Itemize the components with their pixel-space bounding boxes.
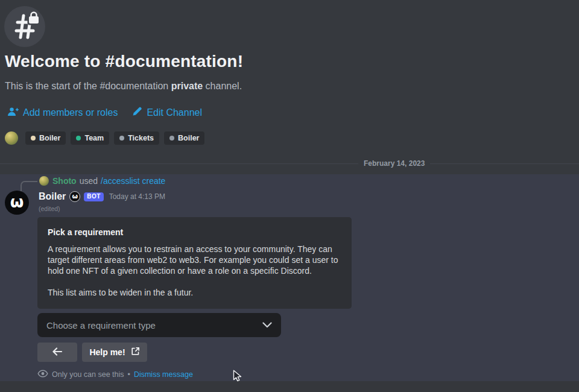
reply-author-avatar[interactable]	[39, 176, 49, 186]
reply-spine	[21, 181, 37, 191]
embed-description-line-2: This list aims to be widen in the a futu…	[48, 287, 341, 298]
back-button[interactable]	[37, 343, 77, 362]
page-title: Welcome to #documentation!	[5, 52, 243, 71]
help-button[interactable]: Help me!	[82, 343, 147, 362]
edited-label: (edited)	[39, 205, 60, 212]
edit-channel-link[interactable]: Edit Channel	[132, 106, 202, 119]
eye-icon	[37, 370, 48, 379]
divider-line	[430, 163, 579, 164]
message-buttons: Help me!	[37, 343, 147, 362]
bot-username[interactable]: Boiler	[39, 191, 66, 202]
date-label: February 14, 2023	[358, 159, 430, 168]
role-dot	[119, 136, 124, 141]
member-avatar[interactable]	[5, 131, 18, 145]
add-members-link[interactable]: Add members or roles	[7, 107, 118, 119]
role-badge-team: Team	[71, 131, 109, 145]
role-badge-tickets: Tickets	[114, 131, 159, 145]
ephemeral-separator: •	[128, 370, 130, 379]
date-divider: February 14, 2023	[0, 159, 579, 168]
boiler-emblem-icon: ω	[69, 191, 80, 202]
requirement-embed: Pick a requirement A requirement allows …	[37, 217, 352, 309]
reply-author-name[interactable]: Shoto	[52, 176, 77, 186]
chevron-down-icon	[262, 320, 272, 330]
ephemeral-note-text: Only you can see this	[52, 370, 124, 379]
message-timestamp: Today at 4:13 PM	[109, 192, 165, 201]
bot-message: Shoto used /accesslist create ω Boiler ω…	[0, 174, 579, 381]
add-members-label: Add members or roles	[23, 107, 118, 118]
role-dot	[169, 136, 174, 141]
embed-title: Pick a requirement	[48, 227, 341, 237]
help-button-label: Help me!	[89, 347, 125, 357]
ephemeral-note: Only you can see this • Dismiss message	[37, 370, 193, 379]
discord-channel-view: Welcome to #documentation! This is the s…	[0, 0, 579, 392]
select-placeholder: Choose a requirement type	[46, 320, 262, 330]
role-badge-boiler-2: Boiler	[164, 131, 204, 145]
bot-avatar[interactable]: ω	[5, 191, 29, 215]
channel-subtitle: This is the start of the #documentation …	[5, 81, 242, 92]
command-reply-context: Shoto used /accesslist create	[39, 176, 165, 186]
members-row: Boiler Team Tickets Boiler	[5, 131, 204, 145]
pencil-icon	[132, 106, 142, 119]
person-add-icon	[7, 107, 19, 119]
dismiss-message-link[interactable]: Dismiss message	[134, 370, 193, 379]
role-dot	[76, 136, 81, 141]
requirement-type-select[interactable]: Choose a requirement type	[37, 313, 281, 337]
composer-area-strip	[0, 381, 579, 392]
embed-description: A requirement allows you to restrain an …	[48, 244, 340, 276]
channel-actions: Add members or roles Edit Channel	[7, 106, 202, 119]
external-link-icon	[131, 347, 140, 358]
boiler-logo-icon: ω	[10, 194, 24, 210]
private-channel-hash-lock-icon	[4, 6, 45, 47]
left-arrow-icon	[52, 347, 63, 358]
slash-command-link[interactable]: /accesslist create	[101, 176, 165, 186]
message-header: Boiler ω BOT Today at 4:13 PM	[39, 191, 165, 203]
edit-channel-label: Edit Channel	[147, 107, 202, 118]
role-badges: Boiler Team Tickets Boiler	[25, 131, 204, 145]
reply-verb: used	[80, 176, 98, 186]
bot-badge: BOT	[84, 192, 103, 201]
role-dot	[31, 136, 36, 141]
divider-line	[0, 163, 358, 164]
role-badge-boiler: Boiler	[25, 131, 66, 145]
